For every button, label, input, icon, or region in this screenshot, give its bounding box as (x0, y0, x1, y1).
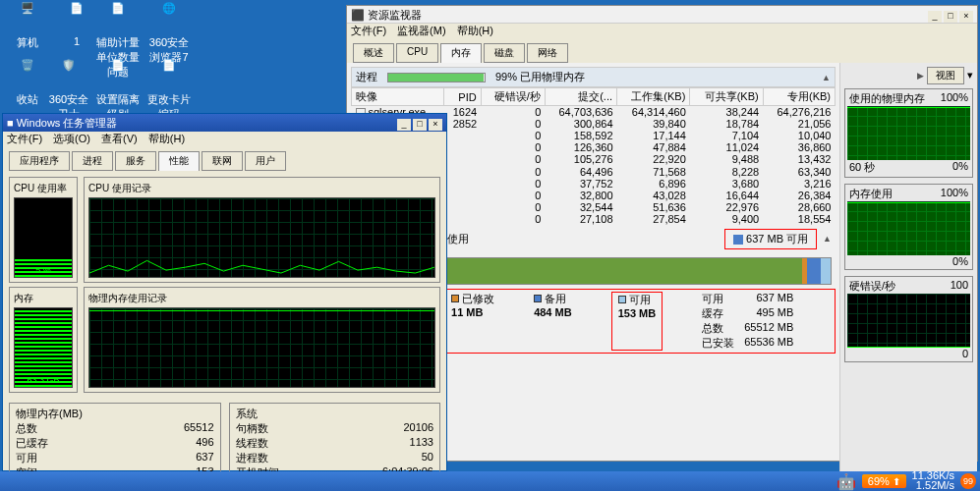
column-header[interactable]: PID (443, 88, 481, 106)
tab-overview[interactable]: 概述 (353, 43, 394, 63)
cpu-history-graph (88, 197, 435, 278)
process-section-header[interactable]: 进程 99% 已用物理内存 ▲ (351, 67, 836, 87)
tab-bar: 概述 CPU 内存 磁盘 网络 (347, 41, 977, 63)
recycle-icon: 🗑️ (12, 59, 43, 90)
file-icon: 📄 (102, 2, 134, 33)
tab-services[interactable]: 服务 (115, 151, 156, 171)
tab-network[interactable]: 联网 (202, 151, 243, 171)
menu-help[interactable]: 帮助(H) (148, 133, 185, 144)
titlebar[interactable]: ⬛ 资源监视器 _□× (347, 6, 977, 24)
menu-help[interactable]: 帮助(H) (457, 25, 493, 36)
desktop-icon[interactable]: 🖥️算机 (4, 2, 51, 50)
stat-row: 可用637 (16, 451, 214, 465)
tab-disk[interactable]: 磁盘 (484, 43, 525, 63)
desktop-icon[interactable]: 🗑️收站 (4, 59, 51, 107)
tab-network[interactable]: 网络 (527, 43, 568, 63)
task-manager-window[interactable]: ■ Windows 任务管理器 _□× 文件(F) 选项(O) 查看(V) 帮助… (2, 113, 447, 471)
shield-icon: 🛡️ (53, 59, 85, 90)
stat-row: 总数65512 (16, 421, 214, 436)
column-header[interactable]: 可共享(KB) (690, 88, 763, 106)
mem-gauge-label: 内存 (14, 292, 73, 305)
file-icon: 📄 (153, 59, 185, 90)
tab-apps[interactable]: 应用程序 (9, 151, 70, 171)
menu-monitor[interactable]: 监视器(M) (397, 25, 446, 36)
collapse-icon[interactable]: ▲ (823, 234, 832, 244)
tab-users[interactable]: 用户 (245, 151, 286, 171)
stat-row: 已缓存496 (16, 436, 214, 451)
close-button[interactable]: × (959, 11, 973, 23)
mem-gauge-box: 内存 63.3 GB (9, 287, 78, 393)
cpu-pct-value: 5 % (15, 265, 72, 275)
tab-performance[interactable]: 性能 (158, 151, 200, 171)
collapse-icon[interactable]: ▲ (822, 73, 831, 82)
notify-badge[interactable]: 99 (960, 473, 976, 489)
group-title: 物理内存(MB) (16, 407, 214, 421)
app-icon: ⬛ (351, 9, 365, 21)
maximize-button[interactable]: □ (413, 119, 427, 131)
menubar: 文件(F) 监视器(M) 帮助(H) (347, 24, 977, 41)
menubar: 文件(F) 选项(O) 查看(V) 帮助(H) (3, 132, 446, 149)
expand-icon[interactable]: ▶ (917, 71, 924, 81)
column-header[interactable]: 专用(KB) (763, 88, 835, 106)
cpu-gauge-label: CPU 使用率 (14, 182, 73, 195)
tab-processes[interactable]: 进程 (72, 151, 113, 171)
column-header[interactable]: 硬错误/秒 (481, 88, 545, 106)
menu-file[interactable]: 文件(F) (351, 25, 386, 36)
taskbar-pct-widget[interactable]: 69% ⬆ (862, 474, 906, 488)
menu-options[interactable]: 选项(O) (53, 133, 90, 144)
legend-free-highlight: 637 MB 可用 (724, 229, 817, 249)
minimize-button[interactable]: _ (928, 11, 942, 23)
tab-bar: 应用程序 进程 服务 性能 联网 用户 (3, 149, 446, 171)
cpu-history-box: CPU 使用记录 (84, 177, 440, 283)
desktop-icon[interactable]: 📄1 (53, 2, 100, 47)
maximize-button[interactable]: □ (944, 11, 957, 23)
section-title: 进程 (356, 70, 377, 84)
view-button[interactable]: 视图 (927, 67, 964, 84)
cpu-history-label: CPU 使用记录 (88, 182, 435, 195)
mini-graph: 使用的物理内存100%60 秒0% (844, 88, 973, 178)
memory-pct-label: 99% 已用物理内存 (495, 70, 585, 84)
memory-gauge-bar (387, 73, 486, 82)
mini-graph: 内存使用100%0% (844, 184, 973, 270)
app-icon: ■ (7, 117, 14, 129)
file-icon: 📄 (102, 59, 134, 90)
computer-icon: 🖥️ (12, 2, 43, 33)
column-header[interactable]: 提交(... (545, 88, 616, 106)
taskbar[interactable]: 🤖 69% ⬆ 11.36K/s1.52M/s 99 (0, 471, 980, 491)
tab-cpu[interactable]: CPU (396, 43, 438, 63)
group-title: 系统 (236, 407, 434, 421)
mem-gauge: 63.3 GB (14, 307, 73, 388)
window-title: 资源监视器 (368, 9, 422, 21)
menu-view[interactable]: 查看(V) (101, 133, 138, 144)
mem-gb-value: 63.3 GB (15, 375, 72, 385)
mem-history-graph (88, 307, 435, 388)
cpu-gauge-box: CPU 使用率 5 % (9, 177, 78, 283)
window-controls: _□× (926, 6, 973, 23)
window-title: Windows 任务管理器 (17, 117, 118, 129)
file-icon: 📄 (61, 2, 92, 33)
desktop-icon[interactable]: 🌐360安全浏览器7 (145, 2, 193, 65)
stat-row: 进程数50 (236, 451, 434, 465)
tab-memory[interactable]: 内存 (440, 43, 482, 63)
menu-file[interactable]: 文件(F) (7, 133, 42, 144)
column-header[interactable]: 映像 (352, 88, 444, 106)
window-controls: _□× (395, 114, 442, 132)
minimize-button[interactable]: _ (397, 119, 411, 131)
taskbar-net-widget[interactable]: 11.36K/s1.52M/s (912, 471, 954, 491)
mini-graph: 硬错误/秒1000 (844, 276, 973, 362)
mem-history-label: 物理内存使用记录 (88, 292, 435, 305)
resmon-sidebar: ▶ 视图 ▾ 使用的物理内存100%60 秒0%内存使用100%0%硬错误/秒1… (839, 63, 977, 475)
android-icon[interactable]: 🤖 (836, 472, 856, 491)
browser-icon: 🌐 (153, 2, 185, 33)
column-header[interactable]: 工作集(KB) (617, 88, 690, 106)
titlebar[interactable]: ■ Windows 任务管理器 _□× (3, 114, 446, 132)
stat-row: 句柄数20106 (236, 421, 434, 436)
mem-history-box: 物理内存使用记录 (84, 287, 440, 393)
close-button[interactable]: × (429, 119, 442, 131)
cpu-gauge: 5 % (14, 197, 73, 278)
stat-row: 线程数1133 (236, 436, 434, 451)
